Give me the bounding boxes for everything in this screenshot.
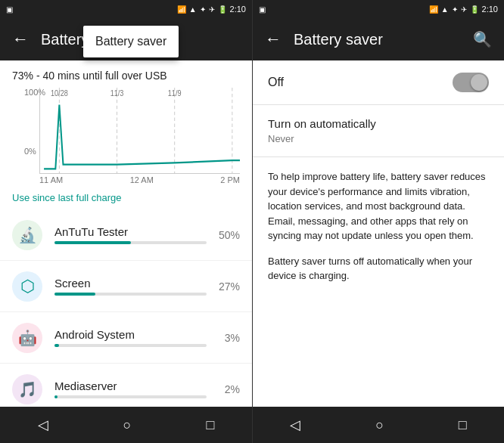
screen-bar-bg [54, 293, 207, 296]
right-status-bar: ▣ 📶 ▲ ✦ ✈ 🔋 2:10 [253, 0, 504, 18]
airplane-icon: ✈ [209, 5, 215, 14]
right-battery-icon: 🔋 [470, 5, 479, 14]
battery-status-text: 73% - 40 mins until full over USB [0, 60, 252, 88]
x-label-11am: 11 AM [39, 175, 63, 184]
screen-bar-fill [54, 293, 95, 296]
left-status-bar: ▣ 📶 ▲ ✦ ✈ 🔋 2:10 [0, 0, 252, 18]
left-home-nav[interactable]: ○ [108, 411, 147, 439]
x-label-2pm: 2 PM [220, 175, 240, 184]
right-bottom-nav: ◁ ○ □ [253, 407, 504, 443]
battery-saver-popup-text: Battery saver [95, 35, 166, 48]
toggle-knob [471, 74, 487, 91]
android-info: Android System [54, 328, 207, 347]
media-percent: 2% [213, 383, 240, 395]
app-item-media[interactable]: 🎵 Mediaserver 2% [0, 364, 252, 407]
right-status-icons: ▣ [259, 5, 266, 14]
auto-turn-on-section[interactable]: Turn on automatically Never [253, 105, 504, 157]
android-icon: 🤖 [12, 323, 42, 353]
left-time: 2:10 [230, 5, 246, 14]
battery-saver-popup[interactable]: Battery saver [83, 26, 179, 57]
app-item-antutu[interactable]: 🔬 AnTuTu Tester 50% [0, 209, 252, 261]
battery-icon: 🔋 [218, 5, 227, 14]
right-recents-nav[interactable]: □ [443, 411, 482, 439]
battery-chart-svg: 10/28 11/3 11/9 [40, 88, 240, 173]
right-toolbar: ← Battery saver 🔍 [253, 18, 504, 60]
svg-text:11/3: 11/3 [110, 89, 124, 98]
left-recents-nav[interactable]: □ [191, 411, 230, 439]
left-status-icons: ▣ [6, 5, 13, 14]
right-content: Off Turn on automatically Never To help … [253, 60, 504, 407]
left-back-nav[interactable]: ◁ [23, 410, 64, 439]
signal-icon: 📶 [177, 5, 186, 14]
media-icon: 🎵 [12, 374, 42, 404]
left-bottom-nav: ◁ ○ □ [0, 407, 252, 443]
antutu-icon: 🔬 [12, 220, 42, 250]
media-info: Mediaserver [54, 379, 207, 398]
left-status-right: 📶 ▲ ✦ ✈ 🔋 2:10 [177, 5, 246, 14]
use-since-label: Use since last full charge [0, 186, 252, 209]
android-name: Android System [54, 328, 207, 341]
description-text-2: Battery saver turns off automatically wh… [268, 254, 489, 283]
app-item-android[interactable]: 🤖 Android System 3% [0, 312, 252, 364]
android-percent: 3% [213, 332, 240, 344]
app-list: 🔬 AnTuTu Tester 50% ⬡ Screen 27% [0, 209, 252, 407]
left-panel: ▣ 📶 ▲ ✦ ✈ 🔋 2:10 ← Battery Battery saver… [0, 0, 252, 443]
right-panel: ▣ 📶 ▲ ✦ ✈ 🔋 2:10 ← Battery saver 🔍 Off [252, 0, 504, 443]
screen-name: Screen [54, 277, 207, 290]
right-back-nav[interactable]: ◁ [275, 410, 316, 439]
left-toolbar-title: Battery [41, 31, 89, 48]
right-sim-icon: ▣ [259, 5, 266, 14]
antutu-bar-fill [54, 241, 131, 244]
antutu-bar-bg [54, 241, 207, 244]
app-item-screen[interactable]: ⬡ Screen 27% [0, 261, 252, 312]
chart-container: 10/28 11/3 11/9 [39, 88, 240, 174]
left-back-button[interactable]: ← [12, 29, 29, 49]
antutu-name: AnTuTu Tester [54, 225, 207, 238]
media-bar-bg [54, 395, 207, 398]
chart-x-labels: 11 AM 12 AM 2 PM [39, 174, 240, 186]
svg-text:11/9: 11/9 [168, 89, 182, 98]
screen-icon: ⬡ [12, 271, 42, 302]
left-toolbar: ← Battery Battery saver [0, 18, 252, 60]
android-bar-bg [54, 344, 207, 347]
screen-percent: 27% [213, 280, 240, 293]
right-airplane-icon: ✈ [461, 5, 467, 14]
media-bar-fill [54, 395, 58, 398]
right-bluetooth-icon: ✦ [452, 5, 458, 14]
right-back-button[interactable]: ← [265, 29, 282, 49]
antutu-percent: 50% [213, 229, 240, 241]
auto-turn-on-value: Never [268, 133, 489, 144]
right-home-nav[interactable]: ○ [360, 411, 399, 439]
auto-turn-on-title: Turn on automatically [268, 117, 489, 130]
wifi-icon: ▲ [189, 5, 197, 14]
right-time: 2:10 [482, 5, 498, 14]
screen-info: Screen [54, 277, 207, 296]
left-content: 73% - 40 mins until full over USB 100% 0… [0, 60, 252, 407]
right-toolbar-left: ← Battery saver [265, 29, 383, 49]
battery-chart-area: 100% 0% 10/28 11/3 11/9 [0, 88, 252, 186]
description-section: To help improve battery life, battery sa… [253, 157, 504, 407]
svg-text:10/28: 10/28 [51, 89, 68, 98]
right-status-right: 📶 ▲ ✦ ✈ 🔋 2:10 [429, 5, 498, 14]
toggle-label: Off [268, 76, 284, 89]
x-label-12am: 12 AM [130, 175, 154, 184]
toggle-switch[interactable] [453, 73, 489, 92]
bluetooth-icon: ✦ [200, 5, 206, 14]
toggle-row: Off [253, 60, 504, 105]
description-text-1: To help improve battery life, battery sa… [268, 169, 489, 243]
right-signal-icon: 📶 [429, 5, 438, 14]
antutu-info: AnTuTu Tester [54, 225, 207, 244]
media-name: Mediaserver [54, 379, 207, 392]
right-toolbar-title: Battery saver [294, 31, 383, 48]
android-bar-fill [54, 344, 59, 347]
search-icon[interactable]: 🔍 [473, 30, 492, 48]
sim-icon: ▣ [6, 5, 13, 14]
right-wifi-icon: ▲ [441, 5, 449, 14]
